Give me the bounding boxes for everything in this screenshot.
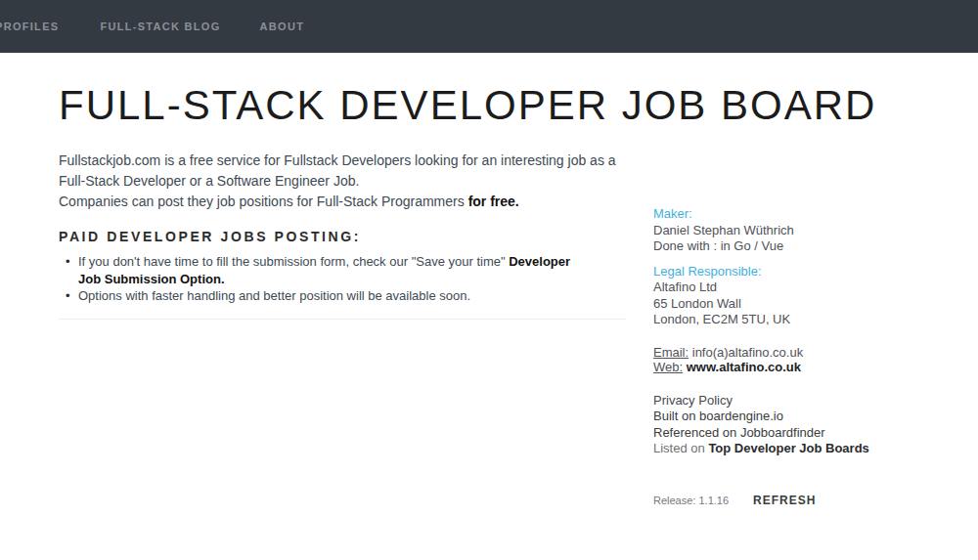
email-label: Email:	[653, 345, 689, 360]
listed-on-prefix: Listed on	[653, 441, 708, 455]
web-row: Web: www.altafino.co.uk	[653, 360, 947, 375]
references-block: Referenced on Jobboardfinder Listed on T…	[653, 425, 947, 457]
maker-done-with: Done with : in Go / Vue	[653, 238, 947, 255]
nav-item-profiles[interactable]: PROFILES	[0, 21, 59, 32]
intro-paragraph: Fullstackjob.com is a free service for F…	[59, 151, 631, 212]
web-label: Web:	[653, 360, 683, 374]
email-row: Email: info(a)altafino.co.uk	[653, 345, 947, 361]
release-label: Release: 1.1.16	[653, 493, 729, 509]
listed-on-row: Listed on Top Developer Job Boards	[653, 441, 947, 457]
legal-company: Altafino Ltd	[653, 280, 947, 296]
paid-jobs-bullet-list: If you don't have time to fill the submi…	[59, 253, 595, 305]
page-title: FULL-STACK DEVELOPER JOB BOARD	[59, 82, 978, 129]
list-item: Options with faster handling and better …	[59, 287, 595, 305]
legal-label: Legal Responsible:	[653, 264, 947, 280]
maker-name: Daniel Stephan Wüthrich	[653, 223, 947, 239]
web-link[interactable]: www.altafino.co.uk	[683, 360, 801, 374]
intro-sentence-2: Companies can post they job positions fo…	[59, 194, 468, 209]
legal-address-1: 65 London Wall	[653, 296, 947, 313]
info-sidebar: Maker: Daniel Stephan Wüthrich Done with…	[653, 206, 947, 508]
bullet-1-text: If you don't have time to fill the submi…	[78, 254, 509, 269]
legal-address-2: London, EC2M 5TU, UK	[653, 312, 947, 328]
privacy-policy-link[interactable]: Privacy Policy	[653, 393, 947, 409]
list-item: If you don't have time to fill the submi…	[59, 253, 595, 287]
main-content: FULL-STACK DEVELOPER JOB BOARD Fullstack…	[0, 53, 978, 320]
referenced-on-link[interactable]: Referenced on Jobboardfinder	[653, 425, 947, 442]
maker-block: Maker: Daniel Stephan Wüthrich Done with…	[653, 206, 947, 255]
intro-sentence-1: Fullstackjob.com is a free service for F…	[59, 152, 616, 189]
maker-label: Maker:	[653, 206, 947, 223]
section-divider	[59, 319, 626, 320]
release-row: Release: 1.1.16 REFRESH	[653, 493, 947, 509]
email-link[interactable]: info(a)altafino.co.uk	[689, 345, 803, 360]
bullet-2-text: Options with faster handling and better …	[78, 288, 470, 303]
refresh-button[interactable]: REFRESH	[753, 494, 816, 507]
nav-item-fullstack-blog[interactable]: FULL-STACK BLOG	[100, 21, 220, 32]
top-developer-job-boards-link[interactable]: Top Developer Job Boards	[708, 441, 868, 455]
top-navbar: PROFILES FULL-STACK BLOG ABOUT	[0, 0, 978, 53]
intro-section: Fullstackjob.com is a free service for F…	[59, 151, 631, 320]
legal-block: Legal Responsible: Altafino Ltd 65 Londo…	[653, 264, 947, 328]
contact-block: Email: info(a)altafino.co.uk Web: www.al…	[653, 345, 947, 375]
for-free-emphasis: for free.	[468, 194, 519, 209]
built-on-link[interactable]: Built on boardengine.io	[653, 409, 947, 425]
nav-item-about[interactable]: ABOUT	[260, 21, 305, 32]
paid-jobs-heading: PAID DEVELOPER JOBS POSTING:	[59, 229, 631, 244]
